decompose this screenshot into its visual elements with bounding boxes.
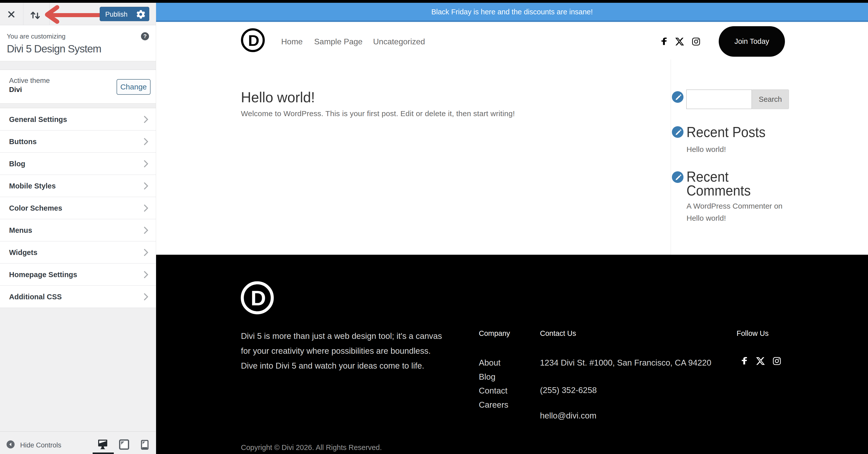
svg-text:D: D: [251, 286, 266, 310]
svg-text:D: D: [248, 32, 259, 49]
